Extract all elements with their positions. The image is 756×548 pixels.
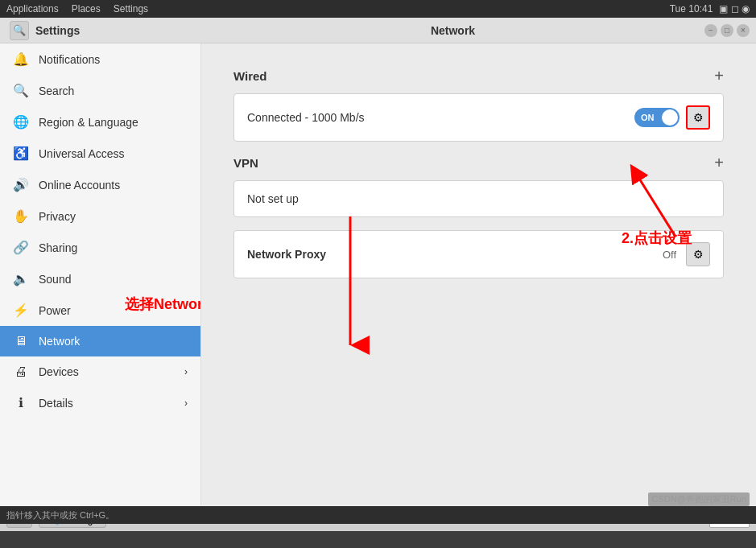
wired-add-button[interactable]: + bbox=[714, 68, 724, 84]
sidebar-label-region: Region & Language bbox=[39, 116, 138, 129]
proxy-label: Network Proxy bbox=[247, 248, 663, 261]
vpn-add-button[interactable]: + bbox=[714, 155, 724, 171]
wired-connection-row: Connected - 1000 Mb/s ON ⚙ bbox=[234, 94, 723, 141]
sound-icon: 🔈 bbox=[13, 271, 29, 286]
top-taskbar: Applications Places Settings Tue 10:41 ▣… bbox=[0, 0, 756, 18]
sidebar-item-region[interactable]: 🌐 Region & Language bbox=[0, 106, 200, 138]
devices-icon: 🖨 bbox=[13, 365, 29, 379]
wired-section-header: Wired + bbox=[233, 68, 724, 84]
vpn-status-row: Not set up bbox=[234, 181, 723, 216]
wired-connection-label: Connected - 1000 Mb/s bbox=[247, 111, 634, 124]
wired-title: Wired bbox=[233, 69, 267, 83]
titlebar: 🔍 Settings Network − □ × bbox=[0, 18, 756, 43]
sidebar: 🔔 Notifications 🔍 Search 🌐 Region & Lang… bbox=[0, 43, 201, 531]
status-text: 指针移入其中或按 Ctrl+G。 bbox=[6, 509, 114, 521]
main-panel: 2.点击设置 Wi bbox=[201, 43, 756, 531]
details-icon: ℹ bbox=[13, 395, 29, 410]
app-menu[interactable]: Applications bbox=[6, 3, 59, 14]
region-icon: 🌐 bbox=[13, 114, 29, 130]
content-area: 🔔 Notifications 🔍 Search 🌐 Region & Lang… bbox=[0, 43, 756, 531]
sidebar-label-details: Details bbox=[39, 397, 73, 410]
tray-icons: ▣ ◻ ◉ bbox=[719, 3, 750, 14]
settings-window: 🔍 Settings Network − □ × 🔔 Notifications… bbox=[0, 18, 756, 531]
status-bar: 指针移入其中或按 Ctrl+G。 bbox=[0, 506, 756, 524]
sidebar-label-universal-access: Universal Access bbox=[39, 147, 125, 160]
places-menu[interactable]: Places bbox=[72, 3, 101, 14]
chevron-details-icon: › bbox=[184, 398, 188, 409]
sidebar-item-devices[interactable]: 🖨 Devices › bbox=[0, 356, 200, 387]
sidebar-item-notifications[interactable]: 🔔 Notifications bbox=[0, 43, 200, 75]
sidebar-label-network: Network bbox=[39, 335, 80, 348]
wired-toggle-container: ON bbox=[634, 108, 680, 127]
vpn-title: VPN bbox=[233, 156, 258, 170]
proxy-off-label: Off bbox=[663, 249, 676, 261]
search-icon: 🔍 bbox=[13, 83, 29, 98]
chevron-devices-icon: › bbox=[184, 366, 188, 377]
sidebar-label-notifications: Notifications bbox=[39, 53, 100, 66]
window-title-left: Settings bbox=[35, 24, 80, 37]
sidebar-label-sound: Sound bbox=[39, 273, 71, 286]
vpn-card: Not set up bbox=[233, 180, 724, 217]
privacy-icon: ✋ bbox=[13, 208, 29, 224]
restore-button[interactable]: □ bbox=[721, 24, 733, 37]
csdn-watermark: CSDN@奔跑的家丑Run bbox=[648, 492, 750, 506]
universal-access-icon: ♿ bbox=[13, 146, 29, 161]
toggle-on-label: ON bbox=[636, 113, 655, 122]
sidebar-item-details[interactable]: ℹ Details › bbox=[0, 387, 200, 418]
close-button[interactable]: × bbox=[737, 24, 750, 37]
wired-card: Connected - 1000 Mb/s ON ⚙ bbox=[233, 93, 724, 142]
sidebar-item-privacy[interactable]: ✋ Privacy bbox=[0, 200, 200, 232]
top-taskbar-right: Tue 10:41 ▣ ◻ ◉ bbox=[670, 3, 750, 14]
sidebar-label-sharing: Sharing bbox=[39, 241, 77, 254]
sidebar-label-devices: Devices bbox=[39, 365, 79, 378]
wired-toggle[interactable]: ON bbox=[634, 108, 680, 127]
sidebar-label-online-accounts: Online Accounts bbox=[39, 179, 120, 192]
window-controls: − □ × bbox=[704, 24, 756, 37]
clock: Tue 10:41 bbox=[670, 3, 713, 14]
titlebar-left: 🔍 Settings bbox=[0, 21, 201, 40]
toggle-knob bbox=[662, 109, 678, 126]
power-icon: ⚡ bbox=[13, 303, 29, 318]
window-title-center: Network bbox=[201, 24, 704, 37]
network-icon: 🖥 bbox=[13, 334, 29, 348]
sidebar-label-privacy: Privacy bbox=[39, 210, 76, 223]
sidebar-item-online-accounts[interactable]: 🔊 Online Accounts bbox=[0, 169, 200, 200]
system-menu[interactable]: Settings bbox=[114, 3, 148, 14]
wired-gear-button[interactable]: ⚙ bbox=[686, 105, 710, 130]
sidebar-label-power: Power bbox=[39, 304, 71, 317]
search-button[interactable]: 🔍 bbox=[10, 21, 29, 40]
sidebar-label-search: Search bbox=[39, 84, 74, 97]
annotation-network: 选择Network bbox=[125, 295, 201, 314]
sidebar-item-universal-access[interactable]: ♿ Universal Access 选择Network bbox=[0, 138, 200, 169]
online-accounts-icon: 🔊 bbox=[13, 177, 29, 192]
sidebar-item-sharing[interactable]: 🔗 Sharing bbox=[0, 232, 200, 263]
sidebar-item-search[interactable]: 🔍 Search bbox=[0, 75, 200, 106]
sidebar-item-network[interactable]: 🖥 Network bbox=[0, 326, 200, 356]
minimize-button[interactable]: − bbox=[704, 24, 717, 37]
vpn-status-label: Not set up bbox=[247, 192, 710, 205]
sidebar-item-sound[interactable]: 🔈 Sound bbox=[0, 263, 200, 295]
annotation-settings: 2.点击设置 bbox=[622, 229, 692, 248]
sharing-icon: 🔗 bbox=[13, 240, 29, 255]
notifications-icon: 🔔 bbox=[13, 52, 29, 67]
top-taskbar-left: Applications Places Settings bbox=[6, 3, 148, 14]
vpn-section-header: VPN + bbox=[233, 155, 724, 171]
